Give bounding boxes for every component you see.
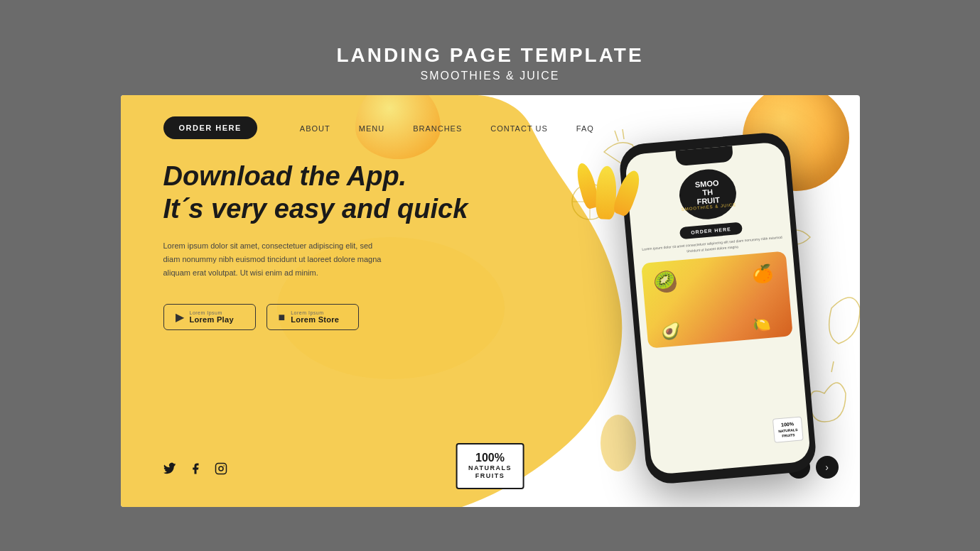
play-icon: ▶: [176, 310, 184, 324]
nav-item-menu[interactable]: MENU: [359, 121, 384, 134]
nav-link-faq[interactable]: FAQ: [576, 124, 594, 133]
facebook-icon[interactable]: [189, 462, 202, 479]
play-button-text: Lorem Ipsum Lorem Play: [190, 310, 234, 324]
page-subtitle: SMOOTHIES & JUICE: [336, 70, 643, 82]
page-title: LANDING PAGE TEMPLATE: [336, 44, 643, 67]
badge-line1: NATURALS: [468, 464, 512, 473]
phone-order-button[interactable]: ORDER HERE: [679, 222, 743, 240]
hero-description: Lorem ipsum dolor sit amet, consectetuer…: [163, 239, 384, 279]
mango-slices: [574, 162, 640, 224]
store-icon: ■: [279, 311, 286, 324]
page-header: LANDING PAGE TEMPLATE SMOOTHIES & JUICE: [336, 44, 643, 82]
store-small-label: Lorem Ipsum: [291, 310, 339, 315]
order-here-button[interactable]: ORDER HERE: [163, 116, 257, 139]
nav-link-about[interactable]: ABOUT: [300, 124, 330, 133]
svg-rect-12: [215, 464, 226, 474]
nav-link-menu[interactable]: MENU: [359, 124, 384, 133]
nav-item-faq[interactable]: FAQ: [576, 121, 594, 134]
nav-links: ABOUT MENU BRANCHES CONTACT US FAQ: [300, 121, 594, 134]
social-icons: [163, 462, 227, 479]
naturals-badge: 100% NATURALS FRUITS: [456, 443, 524, 489]
kiwi-icon: 🥝: [652, 269, 679, 295]
phone-screen-inner: SMOOTHFRUIT SMOOTHIES & JUICE ORDER HERE…: [624, 141, 811, 475]
phone-logo: SMOOTHFRUIT SMOOTHIES & JUICE: [677, 167, 738, 222]
store-button-text: Lorem Ipsum Lorem Store: [291, 310, 339, 324]
landing-page: ORDER HERE ABOUT MENU BRANCHES CONTACT U…: [121, 95, 860, 507]
store-big-label: Lorem Store: [291, 315, 339, 324]
phone-outer: SMOOTHFRUIT SMOOTHIES & JUICE ORDER HERE…: [618, 131, 817, 485]
outer-wrapper: LANDING PAGE TEMPLATE SMOOTHIES & JUICE: [121, 44, 860, 507]
content-area: ORDER HERE ABOUT MENU BRANCHES CONTACT U…: [121, 95, 860, 507]
svg-point-14: [223, 465, 225, 467]
instagram-icon[interactable]: [215, 462, 227, 479]
phone-screen: SMOOTHFRUIT SMOOTHIES & JUICE ORDER HERE…: [624, 141, 811, 475]
nav-item-about[interactable]: ABOUT: [300, 121, 330, 134]
google-play-button[interactable]: ▶ Lorem Ipsum Lorem Play: [163, 304, 256, 330]
play-small-label: Lorem Ipsum: [190, 310, 234, 315]
app-store-button[interactable]: ■ Lorem Ipsum Lorem Store: [266, 304, 359, 330]
next-arrow-button[interactable]: ›: [816, 456, 839, 479]
twitter-icon[interactable]: [163, 462, 176, 479]
navigation-bar: ORDER HERE ABOUT MENU BRANCHES CONTACT U…: [121, 95, 860, 139]
phone-logo-content: SMOOTHFRUIT SMOOTHIES & JUICE: [679, 177, 736, 212]
phone-fruits-area: 🥝 🍊 🥑 🍋: [641, 251, 793, 348]
avocado-icon: 🥑: [660, 322, 681, 342]
badge-percent: 100%: [468, 452, 512, 464]
play-big-label: Lorem Play: [190, 315, 234, 324]
citrus-icon: 🍊: [750, 263, 773, 285]
svg-point-13: [219, 467, 223, 471]
phone-naturals-badge: 100% NATURALS FRUITS: [772, 417, 803, 443]
badge-line2: FRUITS: [468, 472, 512, 481]
phone-mockup: SMOOTHFRUIT SMOOTHIES & JUICE ORDER HERE…: [632, 138, 803, 479]
nav-link-branches[interactable]: BRANCHES: [413, 124, 462, 133]
lime-icon: 🍋: [752, 315, 771, 334]
nav-link-contact[interactable]: CONTACT US: [490, 124, 548, 133]
nav-item-branches[interactable]: BRANCHES: [413, 121, 462, 134]
nav-item-contact[interactable]: CONTACT US: [490, 121, 548, 134]
